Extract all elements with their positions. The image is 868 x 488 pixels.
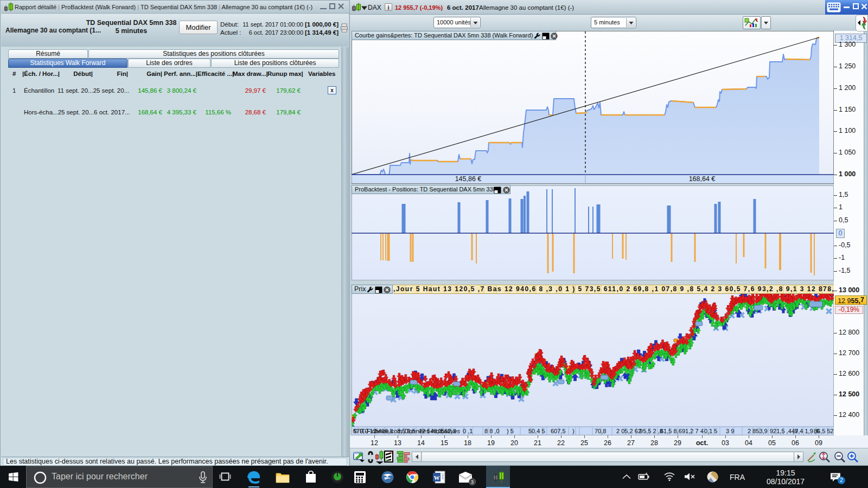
svg-text:2 853,9: 2 853,9 <box>748 428 768 434</box>
svg-text:8 8 ,0: 8 8 ,0 <box>484 428 500 434</box>
svg-text:70,8: 70,8 <box>595 428 606 434</box>
svg-text:): ) <box>572 428 575 434</box>
svg-text:x: x <box>330 87 334 93</box>
svg-text:0 ,1: 0 ,1 <box>463 428 473 434</box>
svg-text:) 5: ) 5 <box>507 428 514 434</box>
svg-text:607,5: 607,5 <box>551 428 566 434</box>
svg-text:W: W <box>434 474 440 481</box>
svg-text:0,1 5: 0,1 5 <box>704 428 717 434</box>
svg-text:91,2 7 4: 91,2 7 4 <box>682 428 704 434</box>
svg-text:50,4 5: 50,4 5 <box>528 428 545 434</box>
svg-text:145,86 €: 145,86 € <box>455 175 482 183</box>
svg-text:61,5 8,6: 61,5 8,6 <box>660 428 682 434</box>
svg-text:86,5 52,8: 86,5 52,8 <box>814 428 834 434</box>
svg-text:3 9: 3 9 <box>726 428 734 434</box>
svg-text:© IT-Finance.com Données indic: © IT-Finance.com Données indicatives <box>353 428 460 434</box>
svg-text:2 5,5 2 ,8: 2 5,5 2 ,8 <box>638 428 663 434</box>
svg-text:168,64 €: 168,64 € <box>689 175 716 183</box>
